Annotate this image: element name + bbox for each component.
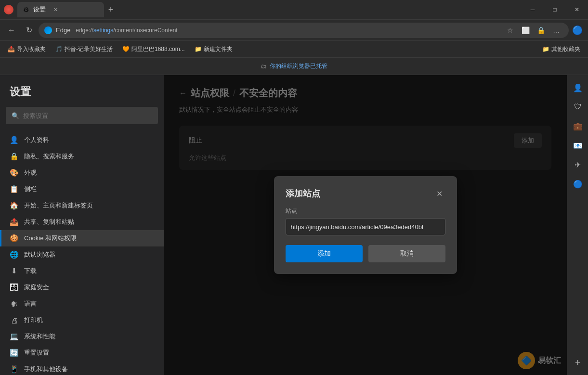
rs-add-button[interactable]: + xyxy=(569,354,587,371)
window-controls: ─ □ ✕ xyxy=(522,0,588,19)
copilot-icon[interactable]: 🔵 xyxy=(571,24,584,37)
sidebar-item-printer[interactable]: 🖨 打印机 xyxy=(0,312,164,328)
dialog-close-button[interactable]: ✕ xyxy=(434,188,445,199)
refresh-button[interactable]: ↻ xyxy=(21,23,37,38)
address-url: edge://settings/content/insecureContent xyxy=(76,27,177,34)
sidebar-item-cookies[interactable]: 🍪 Cookie 和网站权限 xyxy=(0,230,164,246)
maximize-button[interactable]: □ xyxy=(544,0,566,19)
dialog-field-label: 站点 xyxy=(286,207,445,215)
new-tab-button[interactable]: + xyxy=(104,3,118,16)
nav-right-icons: 🔵 xyxy=(571,24,584,37)
tab-title: 设置 xyxy=(33,5,46,14)
bookmark-import[interactable]: 📥 导入收藏夹 xyxy=(4,43,50,55)
bookmark-new-folder[interactable]: 📁 新建文件夹 xyxy=(191,43,236,55)
back-button[interactable]: ← xyxy=(4,23,19,38)
bookmark-tiktok[interactable]: 🎵 抖音-记录美好生活 xyxy=(52,43,117,55)
minimize-button[interactable]: ─ xyxy=(522,0,544,19)
more-icon[interactable]: … xyxy=(549,24,563,37)
tab-settings-icon: ⚙ xyxy=(23,6,29,13)
rs-shield-icon[interactable]: 🛡 xyxy=(569,98,587,116)
search-icon: 🔍 xyxy=(12,112,19,119)
sidebar-item-default-browser[interactable]: 🌐 默认浏览器 xyxy=(0,246,164,263)
share-icon: 📤 xyxy=(10,218,18,226)
folder-icon: 📁 xyxy=(195,46,202,52)
bookmark-folder-label: 新建文件夹 xyxy=(204,45,233,53)
titlebar: ⚙ 设置 ✕ + ─ □ ✕ xyxy=(0,0,588,19)
downloads-icon: ⬇ xyxy=(10,267,18,275)
favorite-icon[interactable]: ☆ xyxy=(503,24,517,37)
bookmark-alibaba[interactable]: 🧡 阿里巴巴1688.com... xyxy=(118,43,189,55)
sidebar-item-share[interactable]: 📤 共享、复制和站贴 xyxy=(0,214,164,230)
rs-plane-icon[interactable]: ✈ xyxy=(569,156,587,173)
sidebar-item-sidebar[interactable]: 📋 侧栏 xyxy=(0,181,164,197)
dialog-site-input[interactable] xyxy=(286,218,445,235)
sidebar-item-profile[interactable]: 👤 个人资料 xyxy=(0,132,164,148)
navbar: ← ↻ Edge edge://settings/content/insecur… xyxy=(0,19,588,40)
rs-work-icon[interactable]: 💼 xyxy=(569,117,587,135)
sidebar-label-profile: 个人资料 xyxy=(24,136,49,144)
dialog-header: 添加站点 ✕ xyxy=(286,188,445,199)
search-input[interactable] xyxy=(23,112,152,119)
dialog-title: 添加站点 xyxy=(286,188,320,199)
bookmark-other[interactable]: 📁 其他收藏夹 xyxy=(538,43,584,55)
bookmarks-right: 📁 其他收藏夹 xyxy=(538,43,584,55)
sidebar-item-appearance[interactable]: 🎨 外观 xyxy=(0,165,164,181)
content-area: ← 站点权限 / 不安全的内容 默认情况下，安全站点会阻止不安全的内容 阻止 添… xyxy=(164,75,567,375)
import-icon: 📥 xyxy=(8,46,15,52)
sidebar: 设置 🔍 👤 个人资料 🔒 隐私、搜索和服务 🎨 外观 📋 侧栏 🏠 开始、主页… xyxy=(0,75,164,375)
rs-profile-icon[interactable]: 👤 xyxy=(569,79,587,96)
cookies-icon: 🍪 xyxy=(10,234,18,243)
appearance-icon: 🎨 xyxy=(10,168,18,177)
sidebar-label-family: 家庭安全 xyxy=(24,283,49,292)
sidebar-label-appearance: 外观 xyxy=(24,168,37,177)
tab-close-button[interactable]: ✕ xyxy=(52,6,59,13)
sidebar-item-mobile[interactable]: 📱 手机和其他设备 xyxy=(0,361,164,375)
bookmarks-bar: 📥 导入收藏夹 🎵 抖音-记录美好生活 🧡 阿里巴巴1688.com... 📁 … xyxy=(0,40,588,58)
sidebar-item-downloads[interactable]: ⬇ 下载 xyxy=(0,263,164,279)
sidebar-label-sidebar: 侧栏 xyxy=(24,185,37,194)
add-site-dialog: 添加站点 ✕ 站点 添加 取消 xyxy=(274,176,457,274)
window-icon xyxy=(4,5,13,14)
start-icon: 🏠 xyxy=(10,201,18,210)
address-bar[interactable]: Edge edge://settings/content/insecureCon… xyxy=(39,23,569,38)
profile-icon: 👤 xyxy=(10,136,18,144)
sidebar-icon: 📋 xyxy=(10,185,18,194)
tab-active[interactable]: ⚙ 设置 ✕ xyxy=(17,2,104,17)
right-sidebar: 👤 🛡 💼 📧 ✈ 🔵 + xyxy=(567,75,588,375)
address-right-icons: ☆ ⬜ 🔒 … xyxy=(503,24,563,37)
alibaba-icon: 🧡 xyxy=(122,46,130,52)
sidebar-item-start[interactable]: 🏠 开始、主页和新建标签页 xyxy=(0,197,164,214)
bookmark-import-label: 导入收藏夹 xyxy=(17,45,46,53)
bookmark-alibaba-label: 阿里巴巴1688.com... xyxy=(131,45,185,53)
split-screen-icon[interactable]: ⬜ xyxy=(519,24,532,37)
dialog-cancel-button[interactable]: 取消 xyxy=(368,245,445,262)
printer-icon: 🖨 xyxy=(10,316,18,324)
mobile-icon: 📱 xyxy=(10,365,18,374)
extensions-icon[interactable]: 🔒 xyxy=(534,24,548,37)
sidebar-title: 设置 xyxy=(0,85,164,107)
sidebar-label-browser: 默认浏览器 xyxy=(24,250,55,259)
tab-bar: ⚙ 设置 ✕ + xyxy=(13,0,522,19)
sidebar-item-system[interactable]: 💻 系统和性能 xyxy=(0,328,164,345)
main-layout: 设置 🔍 👤 个人资料 🔒 隐私、搜索和服务 🎨 外观 📋 侧栏 🏠 开始、主页… xyxy=(0,75,588,375)
dialog-confirm-button[interactable]: 添加 xyxy=(286,245,363,262)
edge-label: Edge edge://settings/content/insecureCon… xyxy=(56,26,178,34)
sidebar-item-language[interactable]: 🗣 语言 xyxy=(0,296,164,312)
rs-mail-icon[interactable]: 📧 xyxy=(569,137,587,154)
search-box[interactable]: 🔍 xyxy=(6,107,158,124)
edge-logo-icon xyxy=(44,26,52,34)
sidebar-label-language: 语言 xyxy=(24,299,37,308)
org-icon: 🗂 xyxy=(261,63,267,70)
sidebar-item-reset[interactable]: 🔄 重置设置 xyxy=(0,345,164,361)
rs-copilot-icon[interactable]: 🔵 xyxy=(569,175,587,193)
sidebar-item-family[interactable]: 👨‍👩‍👧 家庭安全 xyxy=(0,279,164,296)
sidebar-label-reset: 重置设置 xyxy=(24,349,49,357)
edge-brand: Edge xyxy=(56,26,70,34)
dialog-actions: 添加 取消 xyxy=(286,245,445,262)
privacy-icon: 🔒 xyxy=(10,152,18,161)
close-button[interactable]: ✕ xyxy=(566,0,588,19)
tiktok-icon: 🎵 xyxy=(55,46,63,52)
dialog-overlay: 添加站点 ✕ 站点 添加 取消 xyxy=(164,75,567,375)
org-text[interactable]: 你的组织浏览器已托管 xyxy=(270,62,327,70)
sidebar-item-privacy[interactable]: 🔒 隐私、搜索和服务 xyxy=(0,148,164,165)
